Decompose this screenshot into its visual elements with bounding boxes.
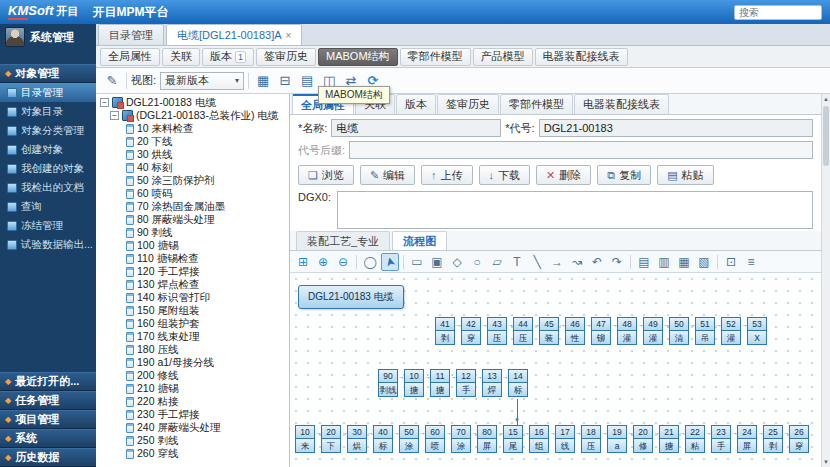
dgx-textarea[interactable]	[337, 191, 813, 229]
sidebar-group[interactable]: ◆最近打开的...	[0, 372, 96, 391]
flow-node[interactable]: 13焊	[482, 369, 502, 397]
download-button[interactable]: ↓下载	[479, 165, 531, 185]
ribbon-tab[interactable]: 关联	[162, 48, 200, 66]
sidebar-item[interactable]: 对象目录	[0, 102, 96, 121]
subprocess-icon[interactable]: ▣	[428, 253, 446, 271]
flow-node[interactable]: 49灌	[643, 317, 663, 345]
flow-root-node[interactable]: DGL21-00183 电缆	[298, 285, 404, 309]
tree-operation-node[interactable]: 200 修线	[96, 369, 289, 382]
ribbon-tab[interactable]: 产品模型	[473, 48, 533, 66]
flow-node[interactable]: 14标	[508, 369, 528, 397]
tree-operation-node[interactable]: 140 标识管打印	[96, 291, 289, 304]
tree-operation-node[interactable]: 120 手工焊接	[96, 265, 289, 278]
sidebar-group-object-management[interactable]: ◆ 对象管理	[0, 64, 96, 83]
flow-node[interactable]: 10来	[295, 425, 315, 453]
flow-node[interactable]: 41剥	[435, 317, 455, 345]
tree-operation-node[interactable]: 10 来料检查	[96, 122, 289, 135]
flow-node[interactable]: 40标	[373, 425, 393, 453]
decision-icon[interactable]: ◇	[448, 253, 466, 271]
search-input[interactable]	[734, 5, 822, 20]
name-field[interactable]	[331, 119, 501, 137]
flow-node[interactable]: 52灌	[721, 317, 741, 345]
flow-node[interactable]: 12手	[456, 369, 476, 397]
sidebar-item[interactable]: 查询	[0, 197, 96, 216]
sidebar-item[interactable]: 我创建的对象	[0, 159, 96, 178]
ellipse-icon[interactable]: ○	[468, 253, 486, 271]
flow-node[interactable]: 50涂	[399, 425, 419, 453]
flow-node[interactable]: 70涂	[451, 425, 471, 453]
zoom-in-icon[interactable]: ⊕	[314, 253, 332, 271]
tree-operation-node[interactable]: 230 手工焊接	[96, 408, 289, 421]
tree-operation-node[interactable]: 30 烘线	[96, 148, 289, 161]
doc-tab-catalog[interactable]: 目录管理	[98, 24, 164, 45]
sidebar-item[interactable]: 创建对象	[0, 140, 96, 159]
sidebar-item[interactable]: 我检出的文档	[0, 178, 96, 197]
tree-operation-node[interactable]: 170 线束处理	[96, 330, 289, 343]
tree-assembly-node[interactable]: − (DGL21-00183-总装作业) 电缆	[96, 109, 289, 122]
flow-node[interactable]: 30烘	[347, 425, 367, 453]
flow-node[interactable]: 11搪	[430, 369, 450, 397]
flow-node[interactable]: 20下	[321, 425, 341, 453]
layout-icon[interactable]: ≡	[742, 253, 760, 271]
sub-tab[interactable]: 装配工艺_专业	[296, 231, 390, 250]
print-icon[interactable]: ▤	[297, 71, 317, 91]
tree-root-node[interactable]: − DGL21-00183 电缆	[96, 96, 289, 109]
tree-operation-node[interactable]: 180 压线	[96, 343, 289, 356]
flow-node[interactable]: 24屏	[737, 425, 757, 453]
flow-node[interactable]: 42穿	[461, 317, 481, 345]
distribute-h-icon[interactable]: ▦	[675, 253, 693, 271]
undo-icon[interactable]: ↶	[588, 253, 606, 271]
ribbon-tab[interactable]: 电器装配接线表	[535, 48, 628, 66]
tree-operation-node[interactable]: 20 下线	[96, 135, 289, 148]
flow-node[interactable]: 19a	[607, 425, 627, 453]
tree-operation-node[interactable]: 70 涂热固金属油墨	[96, 200, 289, 213]
tree-operation-node[interactable]: 160 组装护套	[96, 317, 289, 330]
tree-operation-node[interactable]: 40 标刻	[96, 161, 289, 174]
sidebar-group[interactable]: ◆系统	[0, 429, 96, 448]
align-left-icon[interactable]: ▤	[635, 253, 653, 271]
tree-operation-node[interactable]: 190 a1/母接分线	[96, 356, 289, 369]
flow-node[interactable]: 90剥线	[378, 369, 398, 397]
doc-tab-cable[interactable]: 电缆[DGL21-00183]A ×	[166, 24, 302, 45]
flow-node[interactable]: 18压	[581, 425, 601, 453]
collapse-icon[interactable]: −	[110, 111, 119, 120]
align-center-icon[interactable]: ▥	[655, 253, 673, 271]
arrow-icon[interactable]: →	[548, 253, 566, 271]
process-icon[interactable]: ▭	[408, 253, 426, 271]
code-field[interactable]	[539, 119, 813, 137]
parallelogram-icon[interactable]: ▱	[488, 253, 506, 271]
edit-pencil-icon[interactable]: ✎	[102, 71, 122, 91]
delete-button[interactable]: ✕删除	[536, 165, 591, 185]
sidebar-item[interactable]: 对象分类管理	[0, 121, 96, 140]
ribbon-tab[interactable]: 全局属性	[100, 48, 160, 66]
sub-tab[interactable]: 流程图	[392, 231, 447, 250]
tree-operation-node[interactable]: 110 搪锡检查	[96, 252, 289, 265]
flow-node[interactable]: 50清	[669, 317, 689, 345]
flow-node[interactable]: 23手	[711, 425, 731, 453]
flow-node[interactable]: 44压	[513, 317, 533, 345]
redo-icon[interactable]: ↷	[608, 253, 626, 271]
cursor-icon[interactable]: ➤	[381, 253, 399, 271]
flow-node[interactable]: 51吊	[695, 317, 715, 345]
flowchart-canvas[interactable]: DGL21-00183 电缆 ▼ 41剥→42穿→43压→44压→45装→46性…	[290, 273, 821, 467]
tree-operation-node[interactable]: 80 屏蔽端头处理	[96, 213, 289, 226]
copy-button[interactable]: ⧉复制	[597, 165, 651, 185]
ribbon-tab[interactable]: 签审历史	[256, 48, 316, 66]
detail-tab[interactable]: 电器装配接线表	[574, 94, 669, 114]
upload-button[interactable]: ↑上传	[421, 165, 473, 185]
flow-node[interactable]: 45装	[539, 317, 559, 345]
flow-node[interactable]: 15尾	[503, 425, 523, 453]
edit-button[interactable]: ✎编辑	[360, 165, 415, 185]
flow-node[interactable]: 48灌	[617, 317, 637, 345]
user-avatar[interactable]	[5, 27, 25, 47]
sidebar-group[interactable]: ◆项目管理	[0, 410, 96, 429]
flow-node[interactable]: 10搪	[404, 369, 424, 397]
flow-node[interactable]: 21搪	[659, 425, 679, 453]
sidebar-item[interactable]: 冻结管理	[0, 216, 96, 235]
flow-node[interactable]: 43压	[487, 317, 507, 345]
distribute-v-icon[interactable]: ▧	[695, 253, 713, 271]
line-icon[interactable]: ╲	[528, 253, 546, 271]
scrollbar-thumb[interactable]	[823, 106, 829, 166]
flow-node[interactable]: 17线	[555, 425, 575, 453]
tree-operation-node[interactable]: 240 屏蔽端头处理	[96, 421, 289, 434]
